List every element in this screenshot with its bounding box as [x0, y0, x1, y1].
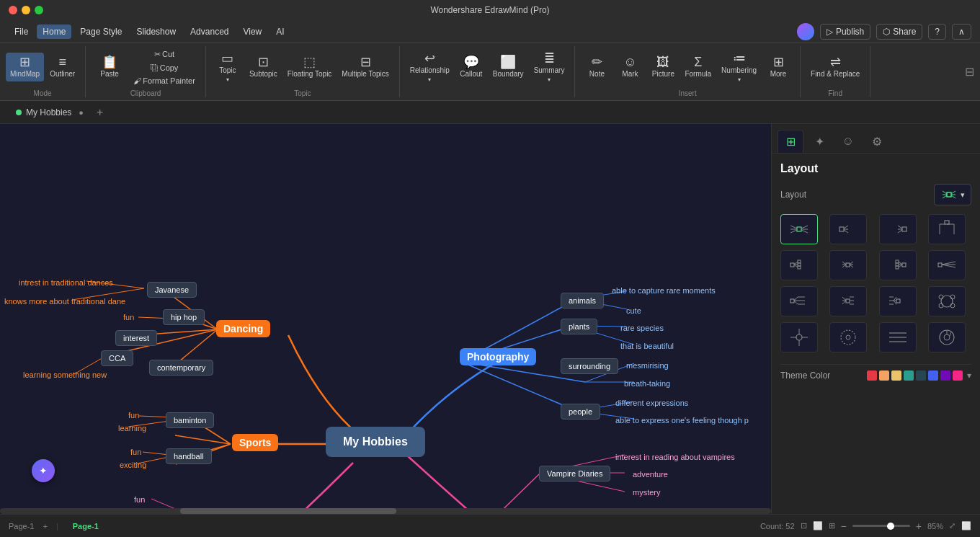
- layout-option-5[interactable]: [829, 250, 867, 280]
- close-button[interactable]: [9, 6, 17, 14]
- topic-button[interactable]: ▭ Topic ▾: [212, 49, 244, 86]
- tab-close-icon[interactable]: ●: [79, 108, 84, 117]
- node-handball[interactable]: handball: [166, 448, 212, 464]
- tab-my-hobbies[interactable]: My Hobbies ●: [9, 105, 91, 120]
- layout-option-7[interactable]: [928, 250, 966, 280]
- multiple-topics-button[interactable]: ⊟ Multiple Topics: [337, 53, 393, 81]
- swatch-2[interactable]: [891, 370, 901, 381]
- menu-file[interactable]: File: [9, 25, 34, 39]
- swatch-6[interactable]: [940, 370, 950, 381]
- menu-home[interactable]: Home: [37, 25, 71, 39]
- menu-advanced[interactable]: Advanced: [184, 25, 234, 39]
- theme-color-expand[interactable]: ▾: [967, 370, 971, 381]
- panel-tab-layout[interactable]: ⊞: [778, 130, 803, 153]
- layout-option-11[interactable]: [928, 286, 966, 316]
- node-vampire-diaries[interactable]: Vampire Diaries: [539, 466, 610, 481]
- layout-option-2[interactable]: [879, 214, 917, 244]
- boundary-button[interactable]: ⬜ Boundary: [489, 53, 528, 81]
- callout-button[interactable]: 💬 Callout: [455, 53, 487, 81]
- mark-button[interactable]: ☺ Mark: [614, 53, 646, 81]
- node-javanese[interactable]: Javanese: [147, 282, 197, 298]
- node-animals[interactable]: animals: [561, 293, 604, 309]
- minimize-button[interactable]: [22, 6, 30, 14]
- zoom-minus[interactable]: −: [841, 520, 847, 532]
- node-dancing[interactable]: Dancing: [216, 320, 270, 337]
- canvas[interactable]: My Hobbies Dancing Javanese intrest in t…: [0, 124, 771, 514]
- layout-option-4[interactable]: [780, 250, 818, 280]
- node-interest-d[interactable]: interest: [115, 330, 157, 346]
- help-button[interactable]: ?: [928, 24, 946, 40]
- menu-slideshow[interactable]: Slideshow: [130, 25, 182, 39]
- ai-assistant-icon[interactable]: ✦: [32, 459, 55, 482]
- picture-button[interactable]: 🖼 Picture: [647, 53, 679, 81]
- numbering-button[interactable]: ≔ Numbering ▾: [717, 49, 761, 86]
- collapse-button[interactable]: ∧: [952, 24, 971, 40]
- page-tab-1[interactable]: Page-1: [67, 520, 104, 532]
- relationship-button[interactable]: ↩ Relationship ▾: [406, 49, 454, 86]
- swatch-4[interactable]: [916, 370, 926, 381]
- view-toggle-3[interactable]: ⊞: [829, 521, 835, 531]
- layout-option-12[interactable]: [780, 322, 818, 352]
- node-hiphop[interactable]: hip hop: [163, 309, 205, 325]
- fit-screen-button[interactable]: ⤢: [949, 521, 956, 531]
- layout-option-6[interactable]: [879, 250, 917, 280]
- swatch-1[interactable]: [879, 370, 889, 381]
- layout-option-10[interactable]: [879, 286, 917, 316]
- layout-option-3[interactable]: [928, 214, 966, 244]
- layout-option-1[interactable]: [829, 214, 867, 244]
- view-toggle-1[interactable]: ⊡: [801, 521, 807, 531]
- copy-button[interactable]: ⿻ Copy: [129, 62, 200, 74]
- panel-tab-style[interactable]: ✦: [806, 130, 832, 153]
- format-painter-button[interactable]: 🖌 Format Painter: [129, 75, 200, 86]
- more-button[interactable]: ⊞ More: [762, 53, 794, 81]
- publish-button[interactable]: ▷ Publish: [820, 24, 870, 40]
- node-contemporary[interactable]: contemporary: [149, 360, 213, 376]
- add-tab-button[interactable]: +: [94, 106, 106, 119]
- layout-option-13[interactable]: [829, 322, 867, 352]
- layout-option-9[interactable]: [829, 286, 867, 316]
- layout-option-15[interactable]: [928, 322, 966, 352]
- cut-button[interactable]: ✂ Cut: [129, 48, 200, 61]
- add-page-button[interactable]: +: [43, 522, 47, 531]
- note-button[interactable]: ✏ Note: [581, 53, 612, 81]
- mindmap-button[interactable]: ⊞ MindMap: [6, 53, 44, 81]
- paste-button[interactable]: 📋 Paste: [92, 53, 128, 81]
- horizontal-scrollbar[interactable]: [0, 508, 771, 514]
- menu-pagestyle[interactable]: Page Style: [74, 25, 128, 39]
- node-sports[interactable]: Sports: [232, 434, 278, 451]
- node-photography[interactable]: Photography: [460, 348, 536, 365]
- find-replace-button[interactable]: ⇌ Find & Replace: [806, 53, 864, 81]
- zoom-plus[interactable]: +: [916, 520, 922, 532]
- formula-button[interactable]: Σ Formula: [680, 53, 716, 81]
- outliner-button[interactable]: ≡ Outliner: [45, 53, 79, 81]
- floating-topic-button[interactable]: ⬚ Floating Topic: [283, 53, 337, 81]
- swatch-7[interactable]: [953, 370, 963, 381]
- menu-view[interactable]: View: [237, 25, 267, 39]
- subtopic-button[interactable]: ⊡ Subtopic: [245, 53, 282, 81]
- layout-option-14[interactable]: [879, 322, 917, 352]
- menu-ai[interactable]: AI: [270, 25, 290, 39]
- node-baminton[interactable]: baminton: [166, 412, 214, 428]
- summary-button[interactable]: ≣ Summary ▾: [530, 49, 569, 86]
- share-button[interactable]: ⬡ Share: [876, 24, 922, 40]
- layout-option-0[interactable]: [780, 214, 818, 244]
- node-cca[interactable]: CCA: [101, 350, 133, 366]
- fit-button[interactable]: ⊟: [959, 46, 980, 97]
- full-screen-button[interactable]: ⬜: [961, 521, 971, 531]
- layout-select[interactable]: ▾: [934, 184, 971, 205]
- zoom-slider[interactable]: [852, 525, 910, 527]
- swatch-5[interactable]: [928, 370, 938, 381]
- maximize-button[interactable]: [35, 6, 43, 14]
- panel-tab-emoji[interactable]: ☺: [835, 130, 861, 153]
- node-center[interactable]: My Hobbies: [326, 427, 425, 457]
- node-plants[interactable]: plants: [561, 319, 597, 334]
- user-avatar[interactable]: [797, 23, 814, 40]
- scrollbar-thumb[interactable]: [180, 508, 396, 514]
- view-toggle-2[interactable]: ⬜: [813, 521, 823, 531]
- swatch-3[interactable]: [904, 370, 914, 381]
- node-surrounding[interactable]: surrounding: [561, 358, 618, 374]
- swatch-0[interactable]: [867, 370, 877, 381]
- layout-option-8[interactable]: [780, 286, 818, 316]
- node-people[interactable]: people: [561, 404, 600, 420]
- panel-tab-settings[interactable]: ⚙: [864, 130, 890, 153]
